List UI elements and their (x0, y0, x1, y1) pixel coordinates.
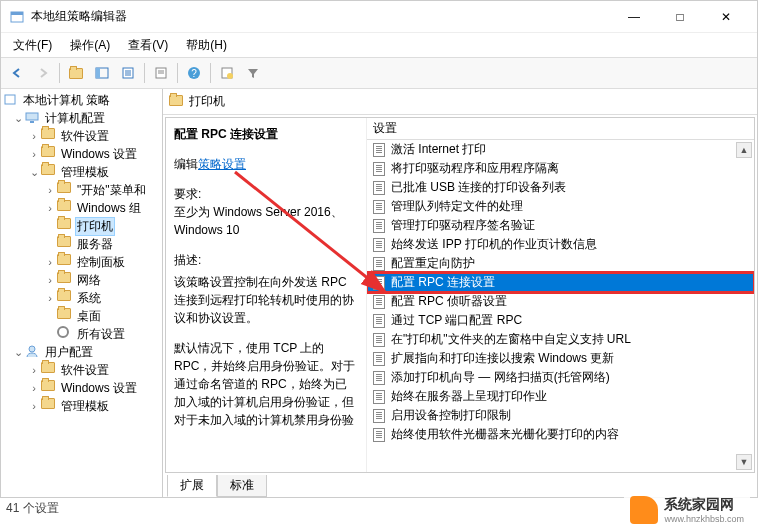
forward-button[interactable] (31, 61, 55, 85)
edit-label: 编辑 (174, 157, 198, 171)
settings-list-item[interactable]: 将打印驱动程序和应用程序隔离 (367, 159, 754, 178)
settings-list-item[interactable]: 配置重定向防护 (367, 254, 754, 273)
settings-list-item[interactable]: 添加打印机向导 — 网络扫描页(托管网络) (367, 368, 754, 387)
policy-item-icon (371, 294, 387, 310)
folder-icon (57, 308, 71, 319)
tree-desktop[interactable]: 桌面 (75, 307, 103, 326)
tree-admin-templates[interactable]: 管理模板 (59, 163, 111, 182)
all-settings-icon (57, 326, 73, 342)
settings-list-item[interactable]: 扩展指向和打印连接以搜索 Windows 更新 (367, 349, 754, 368)
collapse-icon[interactable]: ⌄ (11, 112, 25, 125)
settings-item-label: 启用设备控制打印限制 (391, 407, 511, 424)
user-icon (25, 344, 41, 360)
tab-standard[interactable]: 标准 (217, 475, 267, 497)
list-column-header[interactable]: 设置 (367, 118, 754, 140)
menu-action[interactable]: 操作(A) (62, 35, 118, 56)
policy-item-icon (371, 351, 387, 367)
settings-list-item[interactable]: 管理队列特定文件的处理 (367, 197, 754, 216)
up-button[interactable] (64, 61, 88, 85)
settings-list-item[interactable]: 已批准 USB 连接的打印设备列表 (367, 178, 754, 197)
policy-root-icon (3, 92, 19, 108)
expand-icon[interactable]: › (27, 364, 41, 376)
settings-list-item[interactable]: 配置 RPC 侦听器设置 (367, 292, 754, 311)
main-area: 本地计算机 策略 ⌄ 计算机配置 ›软件设置 ›Windows 设置 ⌄管理模板… (1, 89, 757, 497)
settings-list-item[interactable]: 激活 Internet 打印 (367, 140, 754, 159)
status-text: 41 个设置 (6, 501, 59, 515)
policy-item-icon (371, 161, 387, 177)
tree-user-config[interactable]: 用户配置 (43, 343, 95, 362)
policy-item-icon (371, 332, 387, 348)
tree-windows-settings[interactable]: Windows 设置 (59, 145, 139, 164)
collapse-icon[interactable]: ⌄ (11, 346, 25, 359)
folder-icon (57, 182, 71, 193)
watermark-url: www.hnzkhbsb.com (664, 514, 744, 524)
settings-list-item[interactable]: 启用设备控制打印限制 (367, 406, 754, 425)
menu-file[interactable]: 文件(F) (5, 35, 60, 56)
tree-u-windows[interactable]: Windows 设置 (59, 379, 139, 398)
tree-printers[interactable]: 打印机 (75, 217, 115, 236)
folder-icon (41, 146, 55, 157)
settings-list-item[interactable]: 始终使用软件光栅器来光栅化要打印的内容 (367, 425, 754, 444)
expand-icon[interactable]: › (43, 292, 57, 304)
filter-button[interactable] (241, 61, 265, 85)
settings-list-item[interactable]: 配置 RPC 连接设置 (367, 273, 754, 292)
tree-control-panel[interactable]: 控制面板 (75, 253, 127, 272)
settings-item-label: 添加打印机向导 — 网络扫描页(托管网络) (391, 369, 610, 386)
tree-panel[interactable]: 本地计算机 策略 ⌄ 计算机配置 ›软件设置 ›Windows 设置 ⌄管理模板… (1, 89, 163, 497)
export-list-button[interactable] (116, 61, 140, 85)
filter-options-button[interactable] (215, 61, 239, 85)
scroll-down-button[interactable]: ▼ (736, 454, 752, 470)
svg-point-9 (227, 73, 233, 79)
expand-icon[interactable]: › (43, 274, 57, 286)
tree-all-settings[interactable]: 所有设置 (75, 325, 127, 344)
tree-computer-config[interactable]: 计算机配置 (43, 109, 107, 128)
minimize-button[interactable]: — (611, 2, 657, 32)
settings-list-item[interactable]: 始终发送 IPP 打印机的作业页计数信息 (367, 235, 754, 254)
tree-windows-components[interactable]: Windows 组 (75, 199, 143, 218)
policy-item-icon (371, 218, 387, 234)
tab-extended[interactable]: 扩展 (167, 475, 217, 497)
folder-icon (41, 380, 55, 391)
settings-list[interactable]: 激活 Internet 打印将打印驱动程序和应用程序隔离已批准 USB 连接的打… (367, 140, 754, 472)
help-button[interactable]: ? (182, 61, 206, 85)
back-button[interactable] (5, 61, 29, 85)
settings-list-item[interactable]: 在"打印机"文件夹的左窗格中自定义支持 URL (367, 330, 754, 349)
settings-list-panel: 设置 激活 Internet 打印将打印驱动程序和应用程序隔离已批准 USB 连… (366, 118, 754, 472)
description-label: 描述: (174, 251, 358, 269)
tree-root[interactable]: 本地计算机 策略 (21, 91, 112, 110)
settings-item-label: 扩展指向和打印连接以搜索 Windows 更新 (391, 350, 614, 367)
tree-network[interactable]: 网络 (75, 271, 103, 290)
expand-icon[interactable]: › (43, 202, 57, 214)
maximize-button[interactable]: □ (657, 2, 703, 32)
expand-icon[interactable]: › (27, 400, 41, 412)
tree-software-settings[interactable]: 软件设置 (59, 127, 111, 146)
collapse-icon[interactable]: ⌄ (27, 166, 41, 179)
watermark-logo-icon (630, 496, 658, 524)
expand-icon[interactable]: › (43, 256, 57, 268)
edit-policy-link[interactable]: 策略设置 (198, 157, 246, 171)
tree-start-menu[interactable]: "开始"菜单和 (75, 181, 148, 200)
content-header: 打印机 (163, 89, 757, 115)
settings-list-item[interactable]: 始终在服务器上呈现打印作业 (367, 387, 754, 406)
expand-icon[interactable]: › (27, 130, 41, 142)
tree-u-software[interactable]: 软件设置 (59, 361, 111, 380)
tree-u-admin[interactable]: 管理模板 (59, 397, 111, 416)
close-button[interactable]: ✕ (703, 2, 749, 32)
show-hide-tree-button[interactable] (90, 61, 114, 85)
settings-list-item[interactable]: 管理打印驱动程序签名验证 (367, 216, 754, 235)
svg-rect-3 (96, 68, 100, 78)
gpedit-window: 本地组策略编辑器 — □ ✕ 文件(F) 操作(A) 查看(V) 帮助(H) ? (0, 0, 758, 498)
svg-rect-12 (30, 121, 34, 123)
scroll-up-button[interactable]: ▲ (736, 142, 752, 158)
settings-list-item[interactable]: 通过 TCP 端口配置 RPC (367, 311, 754, 330)
expand-icon[interactable]: › (27, 148, 41, 160)
menu-view[interactable]: 查看(V) (120, 35, 176, 56)
properties-button[interactable] (149, 61, 173, 85)
expand-icon[interactable]: › (43, 184, 57, 196)
menubar: 文件(F) 操作(A) 查看(V) 帮助(H) (1, 33, 757, 57)
tree-server[interactable]: 服务器 (75, 235, 115, 254)
tree-system[interactable]: 系统 (75, 289, 103, 308)
menu-help[interactable]: 帮助(H) (178, 35, 235, 56)
expand-icon[interactable]: › (27, 382, 41, 394)
computer-icon (25, 110, 41, 126)
